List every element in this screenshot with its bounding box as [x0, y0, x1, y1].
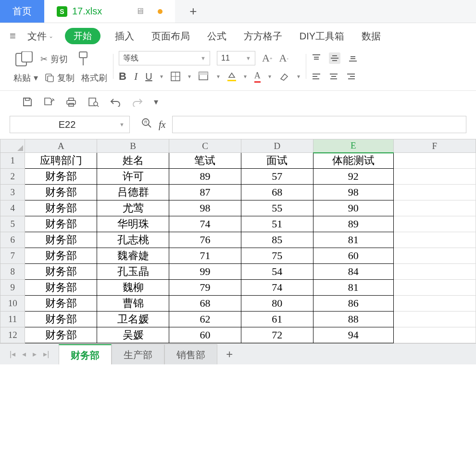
decrease-font-icon[interactable]: A- — [279, 52, 288, 64]
font-color-icon[interactable]: A — [254, 71, 261, 83]
cell[interactable]: 体能测试 — [313, 153, 393, 169]
chevron-down-icon[interactable]: ▾ — [244, 73, 247, 80]
cell[interactable]: 财务部 — [25, 248, 97, 264]
cell[interactable] — [393, 327, 476, 343]
cell[interactable] — [393, 153, 476, 169]
spreadsheet-grid[interactable]: ABCDEF 1应聘部门姓名笔试面试体能测试2财务部许可8957923财务部吕德… — [0, 139, 476, 343]
column-header-C[interactable]: C — [169, 139, 241, 153]
align-center-icon[interactable] — [329, 72, 338, 81]
cell[interactable]: 财务部 — [25, 200, 97, 216]
cell[interactable]: 财务部 — [25, 216, 97, 232]
cell[interactable]: 曹锦 — [97, 296, 169, 312]
cell[interactable]: 笔试 — [169, 153, 241, 169]
chevron-down-icon[interactable]: ▾ — [160, 73, 163, 80]
cell[interactable]: 财务部 — [25, 312, 97, 327]
align-top-icon[interactable] — [312, 53, 321, 63]
new-tab-button[interactable]: + — [189, 4, 197, 19]
cell[interactable]: 71 — [169, 248, 241, 264]
row-header[interactable]: 9 — [0, 280, 25, 296]
cell[interactable] — [393, 296, 476, 312]
cell[interactable]: 华明珠 — [97, 216, 169, 232]
save-icon[interactable] — [22, 97, 33, 107]
row-header[interactable]: 8 — [0, 264, 25, 280]
row-header[interactable]: 3 — [0, 185, 25, 200]
menu-ffgz[interactable]: 方方格子 — [241, 29, 285, 44]
sheet-tab[interactable]: 生产部 — [112, 344, 164, 364]
cell[interactable]: 74 — [169, 216, 241, 232]
sheet-tab[interactable]: 销售部 — [164, 344, 217, 364]
column-header-D[interactable]: D — [241, 139, 313, 153]
presentation-mode-icon[interactable]: 🖥 — [136, 6, 144, 16]
cell[interactable]: 财务部 — [25, 327, 97, 343]
cell[interactable]: 81 — [313, 280, 393, 296]
cell[interactable]: 84 — [313, 264, 393, 280]
cell[interactable] — [393, 248, 476, 264]
row-header[interactable]: 12 — [0, 327, 25, 343]
cell[interactable]: 81 — [313, 232, 393, 248]
qat-dropdown-icon[interactable]: ▾ — [154, 97, 158, 107]
cell[interactable]: 76 — [169, 232, 241, 248]
cell[interactable]: 57 — [241, 169, 313, 185]
column-header-F[interactable]: F — [393, 139, 476, 153]
cell[interactable]: 89 — [313, 216, 393, 232]
align-bottom-icon[interactable] — [348, 53, 358, 63]
cell[interactable]: 55 — [241, 200, 313, 216]
cell[interactable]: 98 — [313, 185, 393, 200]
cell[interactable] — [393, 185, 476, 200]
column-header-A[interactable]: A — [25, 139, 97, 153]
cell[interactable]: 61 — [241, 312, 313, 327]
cell[interactable]: 魏睿婕 — [97, 248, 169, 264]
row-header[interactable]: 11 — [0, 312, 25, 327]
cell[interactable]: 88 — [313, 312, 393, 327]
menu-insert[interactable]: 插入 — [112, 29, 137, 44]
menu-file[interactable]: 文件 ⌄ — [27, 30, 53, 43]
paste-icon[interactable] — [13, 51, 34, 67]
cell[interactable]: 89 — [169, 169, 241, 185]
tab-home[interactable]: 首页 — [0, 0, 44, 23]
chevron-down-icon[interactable]: ▾ — [188, 73, 191, 80]
menu-formula[interactable]: 公式 — [204, 29, 229, 44]
sheet-next-icon[interactable]: ▸ — [33, 349, 37, 359]
cell[interactable]: 80 — [241, 296, 313, 312]
chevron-down-icon[interactable]: ▾ — [297, 73, 300, 80]
cell[interactable]: 79 — [169, 280, 241, 296]
cell[interactable]: 62 — [169, 312, 241, 327]
italic-button[interactable]: I — [134, 70, 138, 83]
borders-icon[interactable] — [171, 72, 180, 81]
cell[interactable]: 孔志桃 — [97, 232, 169, 248]
redo-icon[interactable] — [132, 97, 143, 107]
cell[interactable] — [393, 216, 476, 232]
cell-style-icon[interactable] — [199, 72, 209, 81]
cell[interactable]: 60 — [169, 327, 241, 343]
eraser-icon[interactable] — [279, 72, 289, 81]
row-header[interactable]: 6 — [0, 232, 25, 248]
paste-button[interactable]: 粘贴 ▾ — [13, 72, 38, 84]
format-painter-icon[interactable] — [75, 51, 92, 67]
cell[interactable] — [393, 169, 476, 185]
sheet-prev-icon[interactable]: ◂ — [22, 349, 26, 359]
cell[interactable]: 92 — [313, 169, 393, 185]
cell[interactable]: 许可 — [97, 169, 169, 185]
cell[interactable]: 财务部 — [25, 232, 97, 248]
underline-button[interactable]: U — [145, 71, 152, 82]
cell[interactable]: 吕德群 — [97, 185, 169, 200]
cell[interactable]: 54 — [241, 264, 313, 280]
cut-button[interactable]: ✂ 剪切 — [40, 53, 68, 65]
increase-font-icon[interactable]: A+ — [262, 52, 273, 64]
cell[interactable]: 75 — [241, 248, 313, 264]
format-painter-button[interactable]: 格式刷 — [81, 72, 107, 84]
cell[interactable]: 51 — [241, 216, 313, 232]
font-name-combo[interactable]: 等线 ▼ — [119, 51, 210, 65]
chevron-down-icon[interactable]: ▾ — [217, 73, 220, 80]
row-header[interactable]: 1 — [0, 153, 25, 169]
cell[interactable] — [393, 280, 476, 296]
cell[interactable]: 魏柳 — [97, 280, 169, 296]
menu-diy-toolbox[interactable]: DIY工具箱 — [297, 29, 347, 44]
hamburger-icon[interactable]: ≡ — [10, 30, 16, 42]
cell[interactable]: 孔玉晶 — [97, 264, 169, 280]
cell[interactable]: 72 — [241, 327, 313, 343]
menu-page-layout[interactable]: 页面布局 — [149, 29, 193, 44]
cell[interactable]: 86 — [313, 296, 393, 312]
formula-input[interactable] — [172, 116, 466, 133]
sheet-last-icon[interactable]: ▸| — [43, 349, 49, 359]
